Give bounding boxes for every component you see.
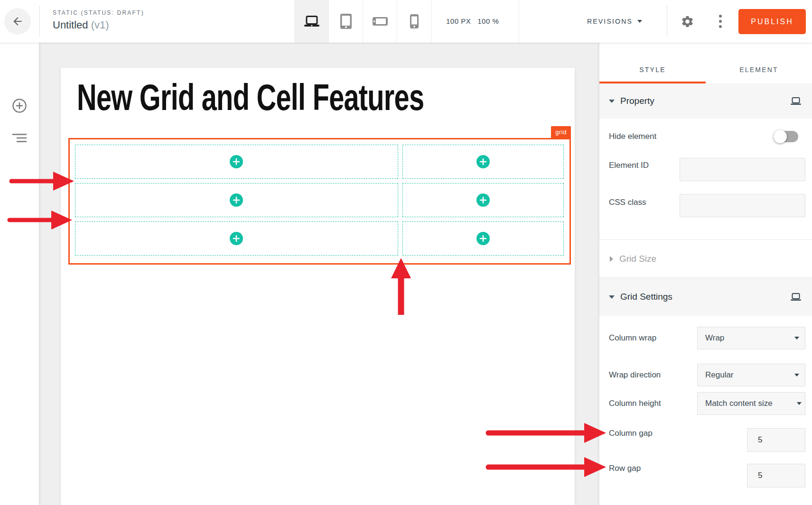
chevron-down-icon	[637, 20, 642, 23]
divider	[39, 6, 40, 37]
plus-icon	[480, 235, 486, 242]
chevron-down-icon	[797, 402, 802, 405]
mobile-landscape-icon	[373, 17, 388, 26]
column-wrap-label: Column wrap	[609, 333, 656, 343]
doc-title-text: Untitled	[53, 19, 88, 31]
hide-element-toggle[interactable]	[775, 131, 798, 142]
device-mobile-landscape-button[interactable]	[363, 0, 397, 43]
grid-cell[interactable]	[75, 145, 398, 179]
laptop-icon	[790, 97, 802, 105]
css-class-input[interactable]	[680, 194, 805, 217]
revisions-label: REVISIONS	[587, 18, 633, 25]
add-content-button[interactable]	[476, 155, 490, 168]
layers-outline-button[interactable]	[9, 127, 30, 149]
section-header-property[interactable]: Property	[599, 83, 812, 119]
settings-panel: STYLE ELEMENT Property Hide element Elem…	[599, 43, 812, 505]
column-gap-input[interactable]	[747, 428, 805, 452]
column-wrap-select[interactable]: Wrap	[697, 327, 805, 349]
zoom-px-value: 100 PX	[446, 17, 471, 25]
laptop-icon	[790, 293, 802, 301]
section-title: Grid Settings	[620, 292, 672, 302]
plus-icon	[233, 235, 240, 242]
grid-cell[interactable]	[402, 183, 564, 217]
app-window: STATIC (STATUS: DRAFT) Untitled (v1)	[0, 0, 812, 505]
section-title: Grid Size	[619, 254, 656, 264]
plus-icon	[233, 158, 240, 165]
element-id-label: Element ID	[609, 161, 649, 170]
column-height-label: Column height	[609, 399, 661, 408]
column-height-value: Match content size	[705, 399, 773, 408]
plus-icon	[480, 197, 486, 203]
canvas: New Grid and Cell Features grid	[39, 43, 599, 505]
divider	[519, 0, 519, 43]
toggle-knob	[774, 130, 787, 143]
page-heading: New Grid and Cell Features	[77, 77, 424, 118]
grid-cell[interactable]	[75, 221, 398, 256]
kebab-menu-icon	[719, 15, 722, 28]
gear-icon	[681, 15, 694, 28]
collapse-triangle-icon	[609, 100, 615, 103]
publish-button[interactable]: PUBLISH	[738, 9, 806, 34]
plus-icon	[233, 197, 240, 203]
device-tablet-button[interactable]	[329, 0, 363, 43]
settings-gear-button[interactable]	[678, 12, 697, 31]
grid-cells	[70, 139, 569, 263]
hide-element-label: Hide element	[609, 132, 656, 141]
add-content-button[interactable]	[230, 193, 243, 207]
row-gap-input[interactable]	[747, 464, 805, 487]
add-content-button[interactable]	[230, 155, 243, 168]
chevron-down-icon	[794, 374, 799, 376]
revisions-button[interactable]: REVISIONS	[569, 12, 660, 30]
add-element-button[interactable]	[9, 95, 30, 117]
outline-list-icon	[11, 133, 28, 143]
add-content-button[interactable]	[230, 232, 243, 245]
topbar: STATIC (STATUS: DRAFT) Untitled (v1)	[0, 0, 812, 43]
status-label: STATIC (STATUS: DRAFT)	[53, 9, 144, 16]
collapse-triangle-icon	[609, 295, 615, 299]
page-title: Untitled (v1)	[53, 19, 144, 31]
section-header-grid-settings[interactable]: Grid Settings	[599, 277, 812, 316]
wrap-direction-value: Regular	[705, 370, 734, 380]
zoom-info: 100 PX 100 %	[446, 17, 499, 25]
section-header-grid-size[interactable]: Grid Size	[599, 239, 812, 277]
column-height-select[interactable]: Match content size	[697, 392, 805, 415]
plus-circle-icon	[11, 98, 28, 114]
laptop-icon	[304, 16, 320, 27]
more-options-button[interactable]	[711, 12, 730, 31]
wrap-direction-select[interactable]: Regular	[697, 364, 805, 386]
device-mobile-portrait-button[interactable]	[397, 0, 431, 43]
zoom-percent-value: 100 %	[477, 17, 499, 25]
grid-cell[interactable]	[402, 221, 564, 256]
expand-triangle-icon	[610, 256, 613, 262]
panel-tabs: STYLE ELEMENT	[599, 43, 812, 83]
add-content-button[interactable]	[476, 193, 490, 207]
divider	[667, 6, 667, 37]
add-content-button[interactable]	[476, 232, 490, 245]
mobile-portrait-icon	[410, 14, 419, 28]
section-title: Property	[620, 96, 654, 106]
element-id-input[interactable]	[680, 158, 805, 181]
arrow-left-icon	[11, 15, 24, 28]
page-preview[interactable]: New Grid and Cell Features grid	[61, 68, 575, 505]
doc-version: (v1)	[91, 19, 109, 31]
plus-icon	[480, 158, 486, 165]
wrap-direction-label: Wrap direction	[609, 370, 661, 380]
grid-badge: grid	[551, 126, 571, 138]
grid-element[interactable]: grid	[68, 138, 571, 265]
device-desktop-button[interactable]	[295, 0, 329, 43]
row-gap-label: Row gap	[609, 464, 641, 473]
column-wrap-value: Wrap	[705, 333, 724, 343]
column-gap-label: Column gap	[609, 429, 653, 438]
tab-style[interactable]: STYLE	[599, 43, 706, 83]
tab-element[interactable]: ELEMENT	[706, 43, 812, 83]
back-button[interactable]	[4, 8, 31, 35]
grid-cell[interactable]	[402, 145, 564, 179]
tablet-icon	[340, 14, 352, 29]
left-toolbar	[0, 43, 39, 505]
css-class-label: CSS class	[609, 198, 646, 207]
chevron-down-icon	[794, 337, 799, 340]
device-preview-group	[294, 0, 432, 43]
document-meta: STATIC (STATUS: DRAFT) Untitled (v1)	[53, 9, 144, 31]
grid-cell[interactable]	[75, 183, 398, 217]
